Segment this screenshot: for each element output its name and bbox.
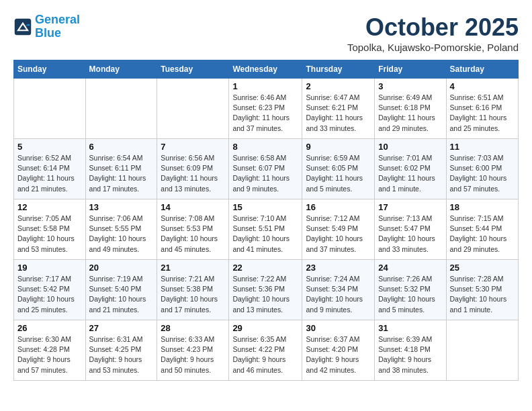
daylight-label: Daylight: 10 hours and 17 minutes. xyxy=(161,295,218,313)
calendar-cell: 2Sunrise: 6:47 AMSunset: 6:21 PMDaylight… xyxy=(302,79,375,139)
cell-content: Sunrise: 7:26 AMSunset: 5:32 PMDaylight:… xyxy=(378,274,442,315)
calendar-cell: 26Sunrise: 6:30 AMSunset: 4:28 PMDayligh… xyxy=(14,320,86,381)
header-row: SundayMondayTuesdayWednesdayThursdayFrid… xyxy=(14,60,519,79)
daylight-label: Daylight: 11 hours and 1 minute. xyxy=(378,174,435,192)
cell-content: Sunrise: 6:59 AMSunset: 6:05 PMDaylight:… xyxy=(306,153,371,194)
cell-content: Sunrise: 6:33 AMSunset: 4:23 PMDaylight:… xyxy=(161,334,225,375)
daylight-label: Daylight: 10 hours and 9 minutes. xyxy=(306,295,363,313)
cell-content: Sunrise: 7:01 AMSunset: 6:02 PMDaylight:… xyxy=(378,153,442,194)
daylight-label: Daylight: 11 hours and 21 minutes. xyxy=(17,174,75,192)
daylight-label: Daylight: 10 hours and 33 minutes. xyxy=(378,234,435,253)
header-day-tuesday: Tuesday xyxy=(157,60,229,79)
calendar-header: SundayMondayTuesdayWednesdayThursdayFrid… xyxy=(14,60,519,79)
day-number: 18 xyxy=(450,202,515,212)
day-number: 4 xyxy=(450,81,515,91)
cell-content: Sunrise: 7:28 AMSunset: 5:30 PMDaylight:… xyxy=(450,274,515,315)
daylight-label: Daylight: 9 hours and 50 minutes. xyxy=(161,355,214,373)
daylight-label: Daylight: 9 hours and 53 minutes. xyxy=(89,355,142,373)
daylight-label: Daylight: 10 hours and 57 minutes. xyxy=(450,174,507,192)
day-number: 28 xyxy=(161,323,225,333)
daylight-label: Daylight: 10 hours and 25 minutes. xyxy=(17,295,75,313)
day-number: 5 xyxy=(17,142,82,152)
page-header: General Blue October 2025 Topolka, Kujaw… xyxy=(13,13,519,53)
cell-content: Sunrise: 7:19 AMSunset: 5:40 PMDaylight:… xyxy=(89,274,154,315)
cell-content: Sunrise: 7:08 AMSunset: 5:53 PMDaylight:… xyxy=(161,214,225,255)
cell-content: Sunrise: 6:49 AMSunset: 6:18 PMDaylight:… xyxy=(378,93,442,134)
daylight-label: Daylight: 10 hours and 29 minutes. xyxy=(450,234,507,253)
cell-content: Sunrise: 7:10 AMSunset: 5:51 PMDaylight:… xyxy=(232,214,298,255)
header-day-monday: Monday xyxy=(85,60,157,79)
cell-content: Sunrise: 6:39 AMSunset: 4:18 PMDaylight:… xyxy=(378,334,442,375)
daylight-label: Daylight: 10 hours and 45 minutes. xyxy=(161,234,218,253)
calendar-cell: 24Sunrise: 7:26 AMSunset: 5:32 PMDayligh… xyxy=(375,260,446,320)
calendar-cell: 21Sunrise: 7:21 AMSunset: 5:38 PMDayligh… xyxy=(157,260,229,320)
day-number: 14 xyxy=(161,202,225,212)
logo-text: General Blue xyxy=(35,13,80,40)
svg-rect-0 xyxy=(15,19,32,36)
calendar-cell: 17Sunrise: 7:13 AMSunset: 5:47 PMDayligh… xyxy=(375,199,446,260)
calendar-cell: 22Sunrise: 7:22 AMSunset: 5:36 PMDayligh… xyxy=(229,260,302,320)
day-number: 19 xyxy=(17,263,82,273)
day-number: 2 xyxy=(306,81,371,91)
calendar-cell: 7Sunrise: 6:56 AMSunset: 6:09 PMDaylight… xyxy=(157,139,229,199)
day-number: 25 xyxy=(450,263,515,273)
daylight-label: Daylight: 10 hours and 53 minutes. xyxy=(17,234,75,253)
day-number: 9 xyxy=(306,142,371,152)
calendar-cell: 14Sunrise: 7:08 AMSunset: 5:53 PMDayligh… xyxy=(157,199,229,260)
calendar-cell: 29Sunrise: 6:35 AMSunset: 4:22 PMDayligh… xyxy=(229,320,302,381)
day-number: 1 xyxy=(232,81,298,91)
cell-content: Sunrise: 7:13 AMSunset: 5:47 PMDaylight:… xyxy=(378,214,442,255)
cell-content: Sunrise: 7:21 AMSunset: 5:38 PMDaylight:… xyxy=(161,274,225,315)
logo-icon xyxy=(13,17,32,36)
daylight-label: Daylight: 11 hours and 9 minutes. xyxy=(232,174,290,192)
calendar-cell xyxy=(85,79,157,139)
daylight-label: Daylight: 9 hours and 57 minutes. xyxy=(17,355,71,373)
day-number: 29 xyxy=(232,323,298,333)
cell-content: Sunrise: 7:03 AMSunset: 6:00 PMDaylight:… xyxy=(450,153,515,194)
calendar-cell: 8Sunrise: 6:58 AMSunset: 6:07 PMDaylight… xyxy=(229,139,302,199)
day-number: 26 xyxy=(17,323,82,333)
cell-content: Sunrise: 6:54 AMSunset: 6:11 PMDaylight:… xyxy=(89,153,154,194)
calendar-cell: 16Sunrise: 7:12 AMSunset: 5:49 PMDayligh… xyxy=(302,199,375,260)
calendar-cell: 30Sunrise: 6:37 AMSunset: 4:20 PMDayligh… xyxy=(302,320,375,381)
calendar-cell: 5Sunrise: 6:52 AMSunset: 6:14 PMDaylight… xyxy=(14,139,86,199)
week-row-3: 19Sunrise: 7:17 AMSunset: 5:42 PMDayligh… xyxy=(14,260,519,320)
calendar-cell: 13Sunrise: 7:06 AMSunset: 5:55 PMDayligh… xyxy=(85,199,157,260)
cell-content: Sunrise: 7:24 AMSunset: 5:34 PMDaylight:… xyxy=(306,274,371,315)
calendar-cell xyxy=(446,320,519,381)
day-number: 13 xyxy=(89,202,154,212)
daylight-label: Daylight: 10 hours and 41 minutes. xyxy=(232,234,290,253)
calendar-cell: 3Sunrise: 6:49 AMSunset: 6:18 PMDaylight… xyxy=(375,79,446,139)
cell-content: Sunrise: 7:22 AMSunset: 5:36 PMDaylight:… xyxy=(232,274,298,315)
calendar-cell: 25Sunrise: 7:28 AMSunset: 5:30 PMDayligh… xyxy=(446,260,519,320)
week-row-2: 12Sunrise: 7:05 AMSunset: 5:58 PMDayligh… xyxy=(14,199,519,260)
daylight-label: Daylight: 11 hours and 5 minutes. xyxy=(306,174,363,192)
cell-content: Sunrise: 6:56 AMSunset: 6:09 PMDaylight:… xyxy=(161,153,225,194)
location: Topolka, Kujawsko-Pomorskie, Poland xyxy=(347,42,519,53)
calendar-cell: 1Sunrise: 6:46 AMSunset: 6:23 PMDaylight… xyxy=(229,79,302,139)
day-number: 7 xyxy=(161,142,225,152)
week-row-4: 26Sunrise: 6:30 AMSunset: 4:28 PMDayligh… xyxy=(14,320,519,381)
logo: General Blue xyxy=(13,13,80,40)
day-number: 16 xyxy=(306,202,371,212)
day-number: 11 xyxy=(450,142,515,152)
day-number: 8 xyxy=(232,142,298,152)
week-row-1: 5Sunrise: 6:52 AMSunset: 6:14 PMDaylight… xyxy=(14,139,519,199)
cell-content: Sunrise: 7:05 AMSunset: 5:58 PMDaylight:… xyxy=(17,214,82,255)
day-number: 27 xyxy=(89,323,154,333)
daylight-label: Daylight: 11 hours and 13 minutes. xyxy=(161,174,218,192)
calendar-cell: 10Sunrise: 7:01 AMSunset: 6:02 PMDayligh… xyxy=(375,139,446,199)
calendar-table: SundayMondayTuesdayWednesdayThursdayFrid… xyxy=(13,60,519,381)
week-row-0: 1Sunrise: 6:46 AMSunset: 6:23 PMDaylight… xyxy=(14,79,519,139)
day-number: 20 xyxy=(89,263,154,273)
calendar-cell: 28Sunrise: 6:33 AMSunset: 4:23 PMDayligh… xyxy=(157,320,229,381)
day-number: 23 xyxy=(306,263,371,273)
day-number: 31 xyxy=(378,323,442,333)
calendar-cell: 18Sunrise: 7:15 AMSunset: 5:44 PMDayligh… xyxy=(446,199,519,260)
daylight-label: Daylight: 11 hours and 25 minutes. xyxy=(450,113,507,132)
day-number: 17 xyxy=(378,202,442,212)
cell-content: Sunrise: 7:15 AMSunset: 5:44 PMDaylight:… xyxy=(450,214,515,255)
month-title: October 2025 xyxy=(347,13,519,42)
calendar-cell: 12Sunrise: 7:05 AMSunset: 5:58 PMDayligh… xyxy=(14,199,86,260)
day-number: 3 xyxy=(378,81,442,91)
